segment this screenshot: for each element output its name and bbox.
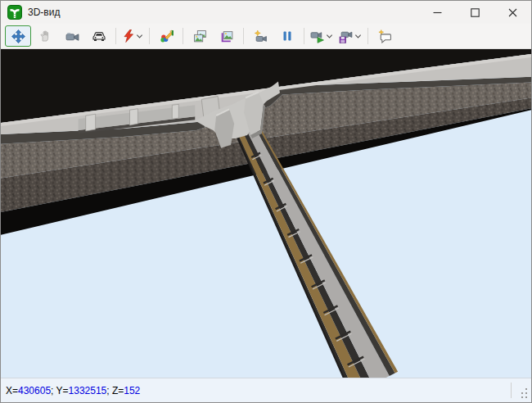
maximize-button[interactable] [456, 1, 494, 24]
close-button[interactable] [494, 1, 531, 24]
move-tool-button[interactable] [5, 25, 31, 47]
pick-object-button[interactable] [153, 25, 179, 47]
x-label: X= [6, 385, 18, 396]
status-bar: X=430605; Y=1332515; Z=152 [1, 378, 531, 402]
title-bar[interactable]: 3D-вид [1, 1, 531, 24]
window-title: 3D-вид [28, 7, 60, 18]
save-animation-icon [339, 29, 354, 43]
new-camera-icon [254, 29, 268, 43]
x-value: 430605 [18, 385, 51, 396]
y-value: 1332515 [69, 385, 107, 396]
railway-embankment-scene [1, 49, 531, 378]
save-animation-button[interactable] [336, 25, 364, 47]
toolbar-separator [367, 28, 368, 44]
pick-object-icon [160, 29, 174, 43]
toolbar-separator [243, 28, 244, 44]
z-value: 152 [124, 385, 140, 396]
chevron-down-icon [326, 33, 333, 40]
video-camera-icon [65, 29, 79, 43]
toolbar-separator [304, 28, 304, 44]
parapet-post [86, 114, 96, 131]
statusbar-separator [511, 383, 512, 398]
play-animation-button[interactable] [308, 25, 336, 47]
minimize-button[interactable] [418, 1, 456, 24]
viewport-3d[interactable] [1, 49, 531, 378]
new-camera-button[interactable] [247, 25, 273, 47]
play-animation-icon [310, 29, 325, 43]
toolbar [1, 24, 531, 49]
copy-image-icon [193, 29, 207, 43]
coordinate-readout: X=430605; Y=1332515; Z=152 [6, 385, 140, 396]
resize-grip[interactable] [518, 389, 527, 398]
comment-bubble-button[interactable] [372, 25, 398, 47]
lightning-button[interactable] [119, 25, 146, 47]
lightning-icon [122, 29, 135, 43]
pause-icon [281, 29, 294, 43]
road-3d-icon [7, 5, 22, 20]
toolbar-separator [115, 28, 116, 44]
car-drive-icon [92, 29, 106, 43]
pan-hand-button[interactable] [32, 25, 58, 47]
y-label: ; Y= [51, 385, 68, 396]
chevron-down-icon [354, 33, 362, 40]
z-label: ; Z= [106, 385, 124, 396]
chevron-down-icon [136, 33, 143, 40]
pan-hand-icon [38, 29, 52, 43]
parapet-post [172, 104, 178, 119]
close-icon [508, 8, 517, 17]
minimize-icon [433, 8, 442, 17]
pause-button[interactable] [274, 25, 300, 47]
toolbar-separator [149, 28, 150, 44]
maximize-icon [471, 8, 480, 17]
parapet-post [130, 109, 138, 125]
car-drive-button[interactable] [86, 25, 112, 47]
video-camera-button[interactable] [59, 25, 85, 47]
export-image-button[interactable] [214, 25, 240, 47]
move-tool-icon [11, 29, 25, 43]
app-window: 3D-вид [0, 0, 532, 403]
comment-bubble-icon [377, 29, 392, 43]
window-controls [418, 1, 531, 24]
export-image-icon [220, 29, 234, 43]
copy-image-button[interactable] [187, 25, 213, 47]
toolbar-separator [183, 28, 183, 44]
